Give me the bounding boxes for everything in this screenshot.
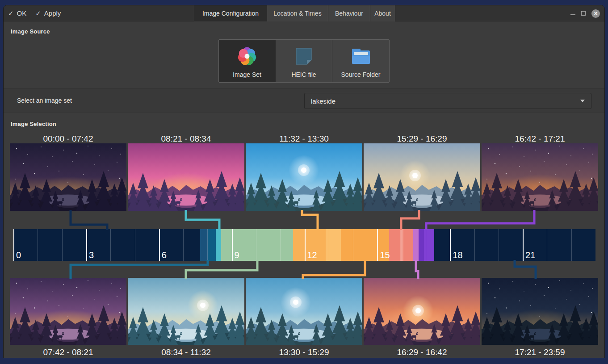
hour-tick — [38, 229, 38, 261]
close-button[interactable]: × — [591, 9, 600, 18]
image-selection-heading: Image Selection — [11, 121, 56, 127]
hour-tick — [183, 229, 184, 261]
major-hour-tick — [86, 229, 87, 261]
top-wallpaper-thumbnail[interactable] — [482, 143, 598, 211]
lakeside-wallpaper-art — [128, 143, 244, 211]
source-folder-icon — [350, 46, 372, 67]
lakeside-wallpaper-art — [10, 143, 126, 211]
tab-behaviour[interactable]: Behaviour — [328, 5, 370, 21]
source-type-button-source-folder[interactable]: Source Folder — [332, 40, 389, 82]
image-set-select-row: Select an image set lakeside — [4, 88, 604, 113]
desktop-background: ✓ OK ✓ Apply Image ConfigurationLocation… — [0, 0, 608, 364]
major-hour-tick — [305, 229, 306, 261]
timeline-segment — [200, 229, 208, 261]
major-hour-tick — [523, 229, 524, 261]
hour-tick — [110, 229, 111, 261]
bottom-connector-line — [186, 260, 257, 279]
bottom-wallpaper-thumbnail[interactable] — [128, 278, 244, 345]
timeline-bar: 036912151821 — [13, 229, 595, 261]
top-time-label: 08:21 - 08:34 — [128, 134, 244, 144]
tab-image-configuration[interactable]: Image Configuration — [194, 5, 267, 21]
bottom-thumbnails — [4, 278, 604, 345]
bottom-connector-line — [416, 260, 418, 279]
tab-about[interactable]: About — [370, 5, 395, 21]
bottom-time-label: 08:34 - 11:32 — [128, 347, 244, 357]
select-image-set-label: Select an image set — [17, 89, 72, 112]
bottom-time-label: 16:29 - 16:42 — [364, 347, 480, 357]
image-set-pinwheel-icon — [236, 46, 258, 67]
bottom-wallpaper-thumbnail[interactable] — [10, 278, 126, 345]
hour-tick — [353, 229, 353, 261]
source-type-label: Source Folder — [341, 71, 381, 78]
bottom-time-label: 13:30 - 15:29 — [246, 347, 362, 357]
major-hour-tick — [232, 229, 233, 261]
hour-label: 0 — [16, 250, 21, 260]
check-icon: ✓ — [35, 9, 41, 17]
lakeside-wallpaper-art — [246, 278, 362, 345]
major-hour-tick — [159, 229, 160, 261]
bottom-connector-line — [303, 260, 365, 279]
tab-bar: Image ConfigurationLocation & TimesBehav… — [194, 5, 395, 21]
lakeside-wallpaper-art — [482, 278, 598, 345]
lakeside-wallpaper-art — [128, 278, 244, 345]
bottom-connector-line — [71, 260, 208, 279]
top-connector-line — [401, 210, 419, 230]
top-wallpaper-thumbnail[interactable] — [364, 143, 480, 211]
hour-tick — [571, 229, 572, 261]
top-time-label: 15:29 - 16:29 — [364, 134, 480, 144]
lakeside-wallpaper-art — [246, 143, 362, 211]
top-time-label: 16:42 - 17:21 — [482, 134, 598, 144]
hour-tick — [256, 229, 256, 261]
minimize-button[interactable] — [570, 14, 575, 15]
image-source-heading: Image Source — [11, 28, 50, 35]
timeline-segment — [208, 229, 216, 261]
top-connector-line — [426, 210, 534, 230]
check-icon: ✓ — [8, 9, 14, 17]
apply-button[interactable]: ✓ Apply — [31, 5, 65, 21]
major-hour-tick — [377, 229, 378, 261]
window-controls: × — [570, 5, 600, 21]
top-wallpaper-thumbnail[interactable] — [246, 143, 362, 211]
hour-tick — [474, 229, 475, 261]
hour-tick — [547, 229, 547, 261]
timeline-segment — [403, 229, 413, 261]
hour-tick — [499, 229, 499, 261]
top-time-label: 11:32 - 13:30 — [246, 134, 362, 144]
hour-label: 12 — [307, 250, 317, 260]
ok-button[interactable]: ✓ OK — [4, 5, 31, 21]
top-thumbnails — [4, 143, 604, 211]
timeline-segment — [216, 229, 221, 261]
bottom-time-label: 07:42 - 08:21 — [10, 347, 126, 357]
app-window: ✓ OK ✓ Apply Image ConfigurationLocation… — [4, 5, 604, 358]
bottom-wallpaper-thumbnail[interactable] — [482, 278, 598, 345]
image-set-dropdown[interactable]: lakeside — [304, 93, 591, 109]
bottom-wallpaper-thumbnail[interactable] — [246, 278, 362, 345]
bottom-connector-line — [515, 260, 536, 279]
bottom-time-label: 17:21 - 23:59 — [482, 347, 598, 357]
top-connector-line — [186, 210, 219, 230]
hour-tick — [402, 229, 402, 261]
source-type-button-image-set[interactable]: Image Set — [219, 40, 276, 82]
top-wallpaper-thumbnail[interactable] — [128, 143, 244, 211]
source-type-label: HEIC file — [291, 71, 316, 78]
dropdown-value: lakeside — [311, 97, 335, 105]
top-connector-line — [302, 210, 318, 230]
top-wallpaper-thumbnail[interactable] — [10, 143, 126, 211]
bottom-wallpaper-thumbnail[interactable] — [364, 278, 480, 345]
tab-location-times[interactable]: Location & Times — [267, 5, 328, 21]
timeline-segment — [326, 229, 341, 261]
hour-label: 15 — [380, 250, 390, 260]
titlebar: ✓ OK ✓ Apply Image ConfigurationLocation… — [4, 5, 604, 21]
major-hour-tick — [450, 229, 451, 261]
hour-tick — [329, 229, 329, 261]
timeline-segment — [13, 229, 200, 261]
bottom-time-labels: 07:42 - 08:2108:34 - 11:3213:30 - 15:291… — [4, 347, 604, 357]
source-type-group: Image SetHEIC fileSource Folder — [218, 39, 390, 83]
maximize-button[interactable] — [581, 11, 586, 16]
chevron-down-icon — [580, 100, 585, 102]
lakeside-wallpaper-art — [10, 278, 126, 345]
source-type-button-heic-file[interactable]: HEIC file — [276, 40, 332, 82]
hour-tick — [62, 229, 63, 261]
source-type-label: Image Set — [233, 71, 261, 78]
timeline-segment — [389, 229, 400, 261]
